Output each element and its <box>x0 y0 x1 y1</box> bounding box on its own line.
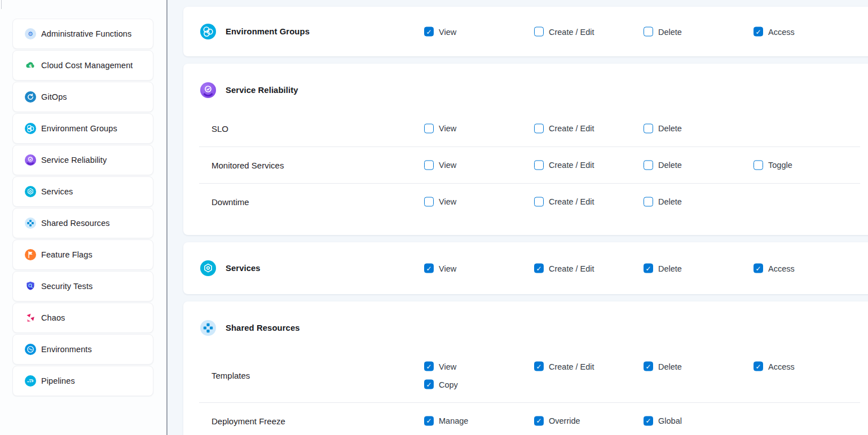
checkbox-create-edit[interactable] <box>534 362 544 371</box>
checkbox-access[interactable] <box>754 264 763 273</box>
permission-cell-delete[interactable]: Delete <box>644 160 682 170</box>
permission-cell-delete[interactable]: Delete <box>644 27 682 37</box>
checkbox-view[interactable] <box>424 27 434 37</box>
permission-cell-delete[interactable]: Delete <box>644 197 682 206</box>
permission-card-service-reliability: Service Reliability SLO View Create / Ed… <box>183 64 868 235</box>
checkbox-delete[interactable] <box>644 264 653 273</box>
permission-cell-view[interactable]: View <box>424 27 456 37</box>
permission-cell-delete[interactable]: Delete <box>644 123 682 133</box>
checkbox-access[interactable] <box>754 27 763 37</box>
permission-row-downtime: Downtime View Create / Edit Delete <box>183 183 868 220</box>
sidebar-item-label: Pipelines <box>41 376 75 385</box>
checkbox-label: Access <box>768 264 795 273</box>
sidebar-item-chaos[interactable]: Chaos <box>12 303 153 333</box>
checkbox-delete[interactable] <box>644 123 653 133</box>
checkbox-manage[interactable] <box>424 416 434 425</box>
checkbox-delete[interactable] <box>644 160 653 170</box>
pipelines-icon <box>25 375 36 387</box>
shared-resources-icon <box>25 218 36 229</box>
environment-groups-icon <box>25 123 36 134</box>
checkbox-toggle[interactable] <box>754 160 763 170</box>
permission-cell-view[interactable]: View <box>424 160 456 170</box>
permission-row-monitored-services: Monitored Services View Create / Edit De… <box>183 147 868 183</box>
sidebar-item-label: Cloud Cost Management <box>41 61 133 70</box>
checkbox-create-edit[interactable] <box>534 197 544 206</box>
permission-cell-view[interactable]: View <box>424 197 456 206</box>
checkbox-create-edit[interactable] <box>534 160 544 170</box>
row-divider <box>199 147 860 147</box>
checkbox-label: Create / Edit <box>549 264 594 273</box>
sidebar-item-environment-groups[interactable]: Environment Groups <box>12 113 153 144</box>
checkbox-delete[interactable] <box>644 27 653 37</box>
checkbox-label: Override <box>549 416 580 425</box>
permission-cell-access[interactable]: Access <box>754 264 795 273</box>
cloud-dollar-icon: $ <box>25 60 36 71</box>
checkbox-view[interactable] <box>424 264 434 273</box>
checkbox-label: Manage <box>439 416 468 425</box>
checkbox-label: Create / Edit <box>549 362 594 371</box>
checkbox-label: Delete <box>658 124 682 133</box>
checkbox-label: Copy <box>439 380 458 389</box>
sidebar-item-pipelines[interactable]: Pipelines <box>12 366 153 396</box>
permission-cell-create-edit[interactable]: Create / Edit <box>534 197 594 206</box>
permission-cell-override[interactable]: Override <box>534 416 580 425</box>
checkbox-view[interactable] <box>424 197 434 206</box>
checkbox-copy[interactable] <box>424 380 434 389</box>
checkbox-override[interactable] <box>534 416 544 425</box>
checkbox-label: Create / Edit <box>549 197 594 206</box>
permission-cell-access[interactable]: Access <box>754 362 795 371</box>
permission-cell-view[interactable]: View <box>424 362 456 371</box>
permission-cell-access[interactable]: Access <box>754 27 795 37</box>
card-title: Services <box>226 264 261 273</box>
permission-cell-create-edit[interactable]: Create / Edit <box>534 27 594 37</box>
checkbox-view[interactable] <box>424 123 434 133</box>
service-reliability-icon <box>25 154 36 166</box>
permission-cell-delete[interactable]: Delete <box>644 362 682 371</box>
row-label: Templates <box>212 370 250 380</box>
row-label: SLO <box>212 123 228 133</box>
checkbox-view[interactable] <box>424 160 434 170</box>
checkbox-access[interactable] <box>754 362 763 371</box>
checkbox-label: Create / Edit <box>549 124 594 133</box>
sidebar-item-feature-flags[interactable]: Feature Flags <box>12 239 153 270</box>
checkbox-global[interactable] <box>644 416 653 425</box>
permission-cell-toggle[interactable]: Toggle <box>754 160 792 170</box>
sidebar-item-services[interactable]: Services <box>12 176 153 207</box>
chaos-icon <box>25 312 36 323</box>
permission-row-deployment-freeze: Deployment Freeze Manage Override Global <box>183 402 868 435</box>
sidebar-item-service-reliability[interactable]: Service Reliability <box>12 145 153 175</box>
permission-cell-create-edit[interactable]: Create / Edit <box>534 160 594 170</box>
permission-cell-create-edit[interactable]: Create / Edit <box>534 264 594 273</box>
sidebar-item-environments[interactable]: Environments <box>12 334 153 365</box>
permission-cell-create-edit[interactable]: Create / Edit <box>534 123 594 133</box>
gitops-icon <box>25 91 36 103</box>
permission-row-templates: Templates View Create / Edit Delete Acce… <box>183 348 868 402</box>
checkbox-delete[interactable] <box>644 197 653 206</box>
service-reliability-icon <box>200 82 216 98</box>
feature-flag-icon <box>25 249 36 260</box>
services-icon <box>25 186 36 197</box>
checkbox-delete[interactable] <box>644 362 653 371</box>
permission-cell-copy[interactable]: Copy <box>424 380 458 389</box>
checkbox-label: Delete <box>658 27 682 36</box>
checkbox-create-edit[interactable] <box>534 264 544 273</box>
checkbox-label: Access <box>768 362 795 371</box>
permission-cell-delete[interactable]: Delete <box>644 264 682 273</box>
checkbox-view[interactable] <box>424 362 434 371</box>
permission-cell-create-edit[interactable]: Create / Edit <box>534 362 594 371</box>
permission-cell-view[interactable]: View <box>424 264 456 273</box>
sidebar-item-label: Security Tests <box>41 282 92 291</box>
checkbox-label: Delete <box>658 264 682 273</box>
checkbox-create-edit[interactable] <box>534 27 544 37</box>
checkbox-label: View <box>439 362 456 371</box>
sidebar-item-administrative-functions[interactable]: ⚙ Administrative Functions <box>12 19 153 49</box>
sidebar-item-security-tests[interactable]: Security Tests <box>12 271 153 301</box>
permission-cell-manage[interactable]: Manage <box>424 416 468 425</box>
permission-cell-view[interactable]: View <box>424 123 456 133</box>
sidebar-item-shared-resources[interactable]: Shared Resources <box>12 208 153 238</box>
permission-cell-global[interactable]: Global <box>644 416 682 425</box>
checkbox-label: View <box>439 264 456 273</box>
sidebar-item-cloud-cost-management[interactable]: $ Cloud Cost Management <box>12 50 153 81</box>
checkbox-create-edit[interactable] <box>534 123 544 133</box>
sidebar-item-gitops[interactable]: GitOps <box>12 82 153 112</box>
